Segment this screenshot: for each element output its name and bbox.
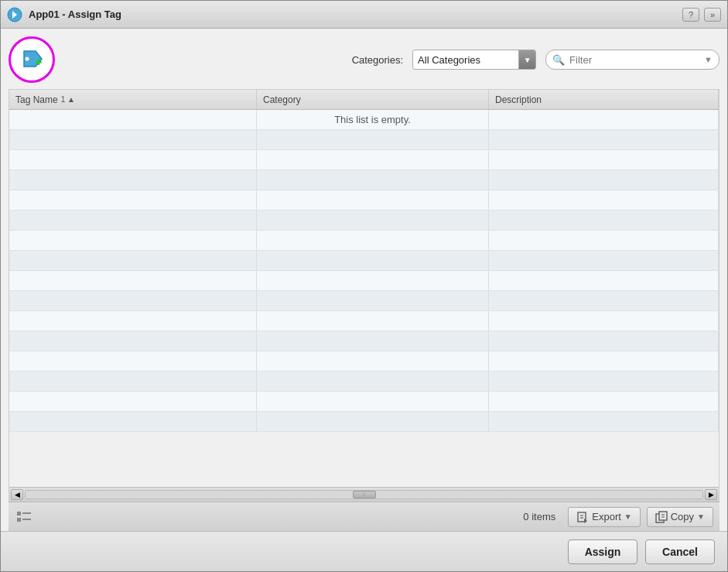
scroll-thumb[interactable]: ::	[353, 491, 376, 498]
svg-rect-7	[22, 512, 31, 514]
categories-value: All Categories	[418, 54, 512, 66]
table-row	[9, 331, 719, 351]
search-icon: 🔍	[552, 54, 565, 66]
categories-label: Categories:	[352, 54, 403, 66]
empty-message: This list is empty.	[334, 114, 411, 125]
table-row	[9, 190, 719, 211]
bottom-toolbar: 0 items Export ▼ Copy ▼	[9, 502, 719, 531]
table-body: This list is empty.	[9, 110, 719, 487]
tag-icon	[20, 47, 43, 73]
top-bar: Categories: All Categories ▼ 🔍 ▼	[9, 36, 719, 83]
svg-rect-15	[659, 512, 667, 520]
title-bar-buttons: ? »	[682, 8, 721, 22]
dialog-icon	[7, 7, 22, 22]
footer: Assign Cancel	[1, 531, 727, 571]
assign-tag-dialog: App01 - Assign Tag ? »	[0, 0, 728, 572]
table-row	[9, 351, 719, 372]
copy-dropdown-caret: ▼	[697, 512, 705, 521]
table-row	[9, 130, 719, 150]
table-row	[9, 392, 719, 412]
td-tag	[9, 110, 257, 129]
table-row	[9, 412, 719, 432]
export-label: Export	[592, 511, 621, 522]
assign-button[interactable]: Assign	[568, 539, 637, 564]
td-description	[489, 110, 719, 129]
list-icon	[15, 509, 32, 526]
svg-rect-6	[17, 512, 21, 515]
table-row	[9, 170, 719, 190]
scroll-left-button[interactable]: ◀	[11, 489, 23, 500]
table-row	[9, 291, 719, 311]
table-row	[9, 211, 719, 231]
export-dropdown-caret: ▼	[624, 512, 632, 521]
logo-circle	[9, 36, 55, 83]
table-row	[9, 150, 719, 170]
table-row	[9, 372, 719, 392]
title-bar: App01 - Assign Tag ? »	[1, 1, 727, 29]
copy-icon	[655, 511, 668, 523]
table-row	[9, 251, 719, 271]
toolbar-icon-button[interactable]	[15, 508, 33, 526]
th-tag-name: Tag Name 1 ▲	[9, 90, 257, 109]
items-count: 0 items	[39, 511, 555, 522]
copy-label: Copy	[671, 511, 694, 522]
filter-box[interactable]: 🔍 ▼	[545, 50, 719, 70]
export-icon	[576, 511, 589, 523]
cancel-button[interactable]: Cancel	[645, 539, 715, 564]
td-category: This list is empty.	[257, 110, 489, 129]
help-button[interactable]: ?	[682, 8, 699, 22]
dialog-title: App01 - Assign Tag	[29, 9, 676, 20]
th-description: Description	[489, 90, 719, 109]
sort-indicator: 1 ▲	[61, 95, 75, 104]
export-button[interactable]: Export ▼	[568, 507, 640, 527]
categories-dropdown[interactable]: All Categories ▼	[412, 50, 536, 70]
table-header: Tag Name 1 ▲ Category Description	[9, 90, 719, 110]
scroll-right-button[interactable]: ▶	[705, 489, 717, 500]
tag-table: Tag Name 1 ▲ Category Description	[9, 89, 719, 502]
expand-button[interactable]: »	[704, 8, 721, 22]
table-row	[9, 271, 719, 291]
table-row	[9, 311, 719, 331]
scroll-track[interactable]: ::	[25, 490, 703, 499]
table-row: This list is empty.	[9, 110, 719, 130]
filter-dropdown-arrow[interactable]: ▼	[704, 55, 713, 64]
svg-rect-8	[17, 518, 21, 522]
table-row	[9, 231, 719, 251]
svg-rect-9	[22, 519, 31, 520]
filter-input[interactable]	[569, 54, 699, 66]
th-category: Category	[257, 90, 489, 109]
content-area: Categories: All Categories ▼ 🔍 ▼ Tag Nam…	[1, 29, 727, 531]
copy-button[interactable]: Copy ▼	[647, 507, 713, 527]
svg-rect-5	[38, 59, 40, 65]
horizontal-scrollbar[interactable]: ◀ :: ▶	[9, 487, 719, 501]
categories-dropdown-arrow[interactable]: ▼	[518, 50, 535, 69]
svg-point-3	[26, 57, 29, 60]
